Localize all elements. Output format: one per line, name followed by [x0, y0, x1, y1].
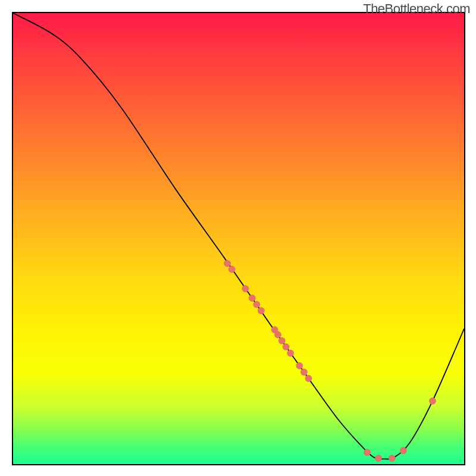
chart-marker	[283, 343, 289, 350]
chart-marker	[278, 337, 285, 344]
chart-marker	[228, 266, 235, 273]
chart-marker	[300, 369, 307, 375]
chart-marker	[296, 362, 303, 369]
chart-svg	[13, 13, 464, 464]
chart-marker	[429, 397, 436, 404]
watermark-text: TheBottleneck.com	[363, 1, 470, 17]
chart-marker	[253, 301, 260, 308]
chart-marker	[274, 331, 281, 338]
chart-marker	[258, 308, 264, 314]
chart-marker	[305, 375, 312, 381]
chart-background	[13, 13, 464, 464]
chart-marker	[249, 295, 255, 301]
chart-marker	[375, 455, 381, 461]
chart-marker	[242, 285, 249, 292]
chart-plot	[12, 12, 465, 465]
chart-marker	[224, 260, 230, 267]
chart-marker	[400, 447, 406, 454]
chart-marker	[364, 449, 370, 456]
chart-marker	[287, 350, 293, 356]
chart-marker	[389, 455, 395, 461]
